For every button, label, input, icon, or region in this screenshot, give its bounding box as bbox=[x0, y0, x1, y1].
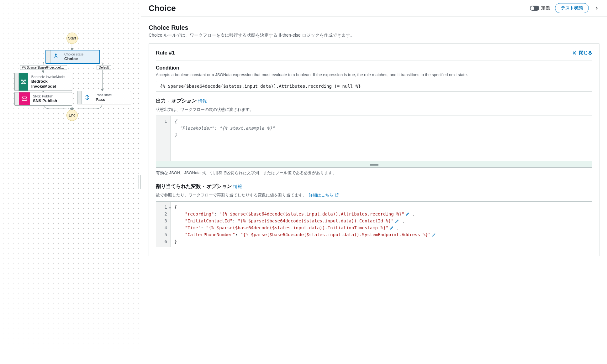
assigned-desc: 後で参照したり、ワークフローで再割り当てしたりする変数に値を割り当てます。 詳細… bbox=[156, 192, 592, 198]
output-title: 出力 bbox=[156, 98, 166, 104]
start-label: Start bbox=[68, 36, 76, 40]
bedrock-node[interactable]: Bedrock: InvokeModel Bedrock InvokeModel bbox=[14, 73, 72, 91]
sns-icon bbox=[19, 92, 30, 105]
detail-panel: Choice 定義 テスト状態 Choice Rules Choice ルールで… bbox=[141, 0, 607, 364]
node-type: Choice state bbox=[64, 52, 96, 56]
svg-point-5 bbox=[24, 83, 25, 84]
choice-rules-desc: Choice ルールでは、ワークフローを次に移行する状態を決定する if-the… bbox=[149, 33, 599, 38]
node-title: Choice bbox=[64, 56, 96, 61]
rule-title: Rule #1 bbox=[156, 50, 175, 56]
pass-node[interactable]: Pass state Pass bbox=[77, 91, 131, 104]
drag-handle[interactable] bbox=[46, 50, 50, 63]
editor-gutter: 1 bbox=[156, 116, 171, 161]
learn-more-text: 詳細はこちら bbox=[309, 193, 333, 197]
output-editor[interactable]: 1 { "Placeholder": "{% $text.example %}"… bbox=[156, 116, 592, 168]
close-label: 閉じる bbox=[579, 50, 592, 56]
assigned-editor[interactable]: 123456 { "recording": "{% $parse($base64… bbox=[156, 201, 592, 247]
workflow-canvas[interactable]: Start ? Choice state Choice {% $parse($b… bbox=[0, 0, 141, 364]
test-state-button[interactable]: テスト状態 bbox=[555, 3, 589, 13]
pass-icon bbox=[82, 91, 92, 104]
assigned-option: オプション bbox=[206, 183, 231, 190]
end-label: End bbox=[69, 113, 75, 117]
node-type: Bedrock: InvokeModel bbox=[31, 75, 69, 79]
svg-text:?: ? bbox=[55, 54, 56, 56]
drag-handle[interactable] bbox=[15, 92, 19, 105]
learn-more-link[interactable]: 詳細はこちら bbox=[309, 193, 339, 197]
node-title: Pass bbox=[96, 97, 127, 102]
choice-rules-title: Choice Rules bbox=[149, 24, 599, 31]
svg-point-3 bbox=[24, 80, 25, 81]
pencil-icon[interactable] bbox=[432, 232, 436, 237]
definition-toggle[interactable]: 定義 bbox=[530, 5, 550, 11]
external-link-icon bbox=[335, 193, 339, 197]
branch-icon: ? bbox=[50, 50, 61, 63]
output-helper: 有効な JSON、JSONata 式、引用符で区切られた文字列、またはブール値で… bbox=[156, 170, 592, 176]
svg-point-4 bbox=[21, 83, 22, 84]
toggle-label: 定義 bbox=[541, 5, 550, 11]
svg-point-2 bbox=[21, 80, 22, 81]
node-title: Bedrock InvokeModel bbox=[31, 79, 69, 89]
assigned-title: 割り当てられた変数 bbox=[156, 183, 201, 190]
output-desc: 状態出力は、ワークフローの次の状態に渡されます。 bbox=[156, 107, 592, 112]
drag-handle[interactable] bbox=[77, 91, 82, 104]
assigned-desc-text: 後で参照したり、ワークフローで再割り当てしたりする変数に値を割り当てます。 bbox=[156, 193, 307, 197]
pencil-icon[interactable] bbox=[395, 219, 399, 223]
assigned-code-area[interactable]: { "recording": "{% $parse($base64decode(… bbox=[171, 202, 592, 247]
close-icon bbox=[572, 50, 577, 56]
pencil-icon[interactable] bbox=[405, 212, 410, 216]
condition-desc: Accepts a boolean constant or a JSONata … bbox=[156, 72, 592, 78]
page-title: Choice bbox=[149, 3, 525, 13]
end-node[interactable]: End bbox=[66, 110, 78, 121]
sns-node[interactable]: SNS: Publish SNS Publish bbox=[14, 92, 72, 106]
pencil-icon[interactable] bbox=[390, 226, 394, 230]
condition-input[interactable]: {% $parse($base64decode($states.input.da… bbox=[156, 81, 592, 91]
output-option: オプション bbox=[171, 98, 196, 104]
output-code-area[interactable]: { "Placeholder": "{% $text.example %}"} bbox=[171, 116, 592, 161]
output-info-link[interactable]: 情報 bbox=[198, 98, 207, 104]
chevron-right-icon[interactable] bbox=[594, 5, 599, 11]
node-type: Pass state bbox=[96, 93, 127, 97]
edge-label-rule1[interactable]: {% $parse($base64decode($states.input... bbox=[20, 65, 67, 70]
edge-label-default[interactable]: Default bbox=[97, 65, 111, 70]
drag-handle[interactable] bbox=[15, 73, 19, 91]
rule-box: Rule #1 閉じる Condition Accepts a boolean … bbox=[149, 43, 599, 256]
editor-resize-handle[interactable] bbox=[156, 161, 592, 167]
detail-header: Choice 定義 テスト状態 bbox=[141, 0, 607, 17]
bedrock-icon bbox=[19, 73, 28, 91]
assigned-info-link[interactable]: 情報 bbox=[233, 184, 242, 190]
close-button[interactable]: 閉じる bbox=[572, 50, 592, 56]
editor-gutter: 123456 bbox=[156, 202, 171, 247]
start-node[interactable]: Start bbox=[66, 33, 78, 44]
panel-splitter[interactable] bbox=[137, 174, 142, 190]
toggle-switch[interactable] bbox=[530, 6, 539, 11]
node-title: SNS Publish bbox=[33, 98, 64, 103]
choice-node[interactable]: ? Choice state Choice bbox=[46, 50, 100, 64]
node-type: SNS: Publish bbox=[33, 94, 64, 98]
condition-title: Condition bbox=[156, 65, 592, 71]
